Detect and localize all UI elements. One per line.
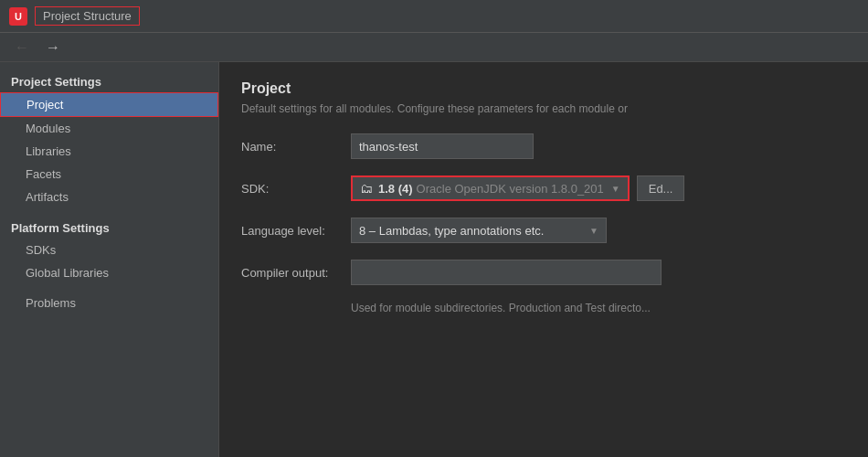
sdk-dropdown-arrow: ▼ bbox=[611, 184, 620, 194]
sidebar-item-global-libraries[interactable]: Global Libraries bbox=[0, 261, 218, 284]
nav-bar: ← → bbox=[0, 33, 868, 62]
platform-settings-header: Platform Settings bbox=[0, 216, 218, 239]
name-input[interactable] bbox=[351, 133, 534, 159]
sdk-label: SDK: bbox=[241, 182, 351, 196]
language-level-arrow: ▼ bbox=[589, 226, 598, 236]
name-control bbox=[351, 133, 846, 159]
sidebar-item-facets[interactable]: Facets bbox=[0, 163, 218, 186]
app-icon: U bbox=[9, 7, 27, 26]
compiler-output-row: Compiler output: bbox=[241, 260, 846, 285]
compiler-output-control bbox=[351, 260, 846, 285]
sidebar-item-libraries[interactable]: Libraries bbox=[0, 140, 218, 163]
sdk-version: 1.8 (4) bbox=[378, 182, 413, 196]
title-bar: U Project Structure bbox=[0, 0, 868, 33]
sdk-dropdown[interactable]: 🗂 1.8 (4) Oracle OpenJDK version 1.8.0_2… bbox=[351, 175, 630, 201]
content-area: Project Default settings for all modules… bbox=[219, 62, 868, 457]
sidebar-item-modules[interactable]: Modules bbox=[0, 117, 218, 140]
window-title: Project Structure bbox=[35, 6, 140, 26]
compiler-output-label: Compiler output: bbox=[241, 266, 351, 280]
sidebar: Project Settings Project Modules Librari… bbox=[0, 62, 219, 457]
back-button[interactable]: ← bbox=[9, 37, 35, 58]
language-level-control: 8 – Lambdas, type annotations etc. ▼ bbox=[351, 218, 846, 243]
compiler-output-input[interactable] bbox=[351, 260, 662, 285]
compiler-output-hint: Used for module subdirectories. Producti… bbox=[351, 302, 846, 314]
sdk-details: Oracle OpenJDK version 1.8.0_201 bbox=[417, 182, 604, 196]
name-row: Name: bbox=[241, 133, 846, 159]
sidebar-item-artifacts[interactable]: Artifacts bbox=[0, 186, 218, 208]
sdk-edit-button[interactable]: Ed... bbox=[637, 175, 685, 201]
sidebar-item-problems[interactable]: Problems bbox=[0, 292, 218, 314]
forward-button[interactable]: → bbox=[40, 37, 66, 58]
content-subtitle: Default settings for all modules. Config… bbox=[241, 102, 846, 115]
language-level-value: 8 – Lambdas, type annotations etc. bbox=[359, 224, 582, 238]
sdk-control: 🗂 1.8 (4) Oracle OpenJDK version 1.8.0_2… bbox=[351, 175, 846, 201]
language-level-dropdown[interactable]: 8 – Lambdas, type annotations etc. ▼ bbox=[351, 218, 607, 243]
language-level-row: Language level: 8 – Lambdas, type annota… bbox=[241, 218, 846, 243]
name-label: Name: bbox=[241, 140, 351, 154]
sidebar-item-project[interactable]: Project bbox=[0, 92, 218, 117]
language-level-label: Language level: bbox=[241, 224, 351, 238]
project-settings-header: Project Settings bbox=[0, 69, 218, 92]
main-layout: Project Settings Project Modules Librari… bbox=[0, 62, 868, 457]
content-title: Project bbox=[241, 80, 846, 97]
sdk-folder-icon: 🗂 bbox=[360, 181, 373, 196]
sidebar-item-sdks[interactable]: SDKs bbox=[0, 239, 218, 261]
sdk-row: SDK: 🗂 1.8 (4) Oracle OpenJDK version 1.… bbox=[241, 175, 846, 201]
